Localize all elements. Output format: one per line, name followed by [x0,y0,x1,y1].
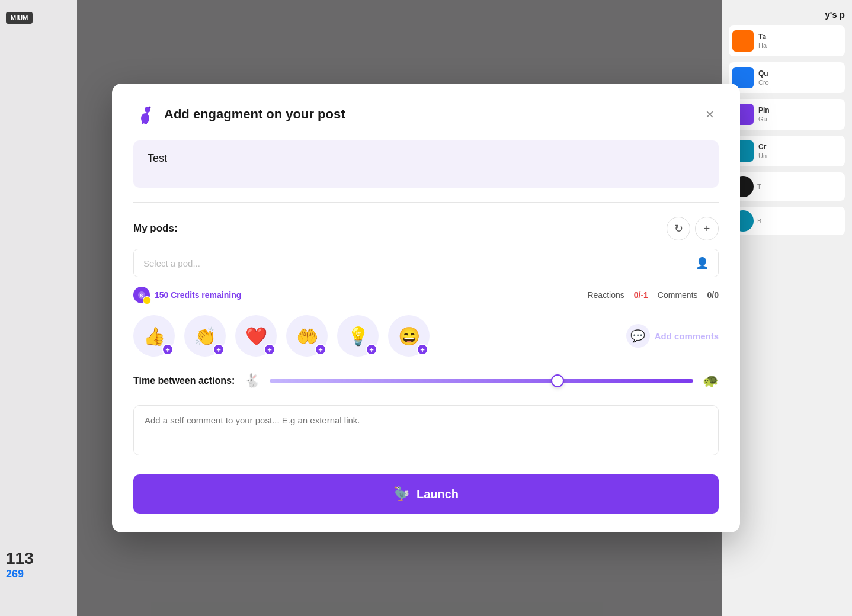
post-text: Test [148,152,167,164]
happy-plus: + [417,344,428,355]
svg-rect-4 [145,120,147,124]
add-comments-label: Add comments [655,331,719,341]
pod-select-dropdown[interactable]: Select a pod... 👤 [133,249,719,277]
reaction-clapping[interactable]: 👏 + [184,315,226,357]
speed-slider-thumb[interactable] [551,374,564,387]
add-comments-button[interactable]: 💬 Add comments [626,324,719,348]
hands-heart-emoji: 🤲 [296,326,318,346]
comments-value: 0/0 [707,290,719,300]
svg-rect-3 [142,120,143,124]
avatar-label-2: B [757,217,761,224]
svg-rect-2 [146,112,148,117]
credits-right: Reactions 0/-1 Comments 0/0 [587,290,719,300]
avatar-label-1: T [757,183,761,190]
refresh-pods-button[interactable]: ↻ [667,217,690,240]
add-pod-button[interactable]: + [695,217,719,240]
clapping-emoji: 👏 [194,326,216,346]
engagement-modal: Add engagment on your post × Test My pod… [112,84,740,532]
bg-number-1: 113 [6,549,34,568]
self-comment-input[interactable] [133,405,719,455]
right-item-sub-4: Un [758,152,767,159]
credits-icon: $ [133,287,150,303]
reaction-heart[interactable]: ❤️ + [235,315,277,357]
reaction-thumbsup[interactable]: 👍 + [133,315,175,357]
modal-title: Add engagment on your post [164,107,345,122]
right-item-2: Qu Cro [729,62,845,93]
credits-row: $ 150 Credits remaining Reactions 0/-1 C… [133,287,719,303]
pods-actions: ↻ + [667,217,719,240]
right-item-label-2: Qu [758,69,769,79]
close-button[interactable]: × [701,105,719,124]
right-avatar-row-2: B [729,207,845,235]
right-item-label-3: Pin [758,106,770,116]
launch-button[interactable]: 🦤 Launch [133,474,719,514]
right-item-sub-3: Gu [758,116,770,123]
right-item-sub-2: Cro [758,79,769,86]
reactions-label: Reactions [587,290,624,300]
add-comments-icon: 💬 [626,324,650,348]
modal-title-row: Add engagment on your post [133,102,345,126]
right-item-1: Ta Ha [729,25,845,56]
right-item-label-1: Ta [758,33,767,42]
speed-slider-track [270,379,693,383]
pod-select-user-icon: 👤 [696,256,709,270]
right-item-icon-1 [732,30,754,52]
reaction-hands-heart[interactable]: 🤲 + [286,315,328,357]
launch-label: Launch [417,487,459,501]
heart-plus: + [264,344,276,355]
thumbsup-emoji: 👍 [143,326,165,346]
lightbulb-plus: + [366,344,377,355]
right-item-4: Cr Un [729,136,845,166]
right-item-3: Pin Gu [729,99,845,130]
right-avatar-row-1: T [729,172,845,201]
right-item-label-4: Cr [758,143,767,152]
svg-text:$: $ [140,293,143,299]
reaction-lightbulb[interactable]: 💡 + [337,315,379,357]
credits-left: $ 150 Credits remaining [133,287,241,303]
bg-number-2: 269 [6,568,34,580]
happy-emoji: 😄 [398,326,420,346]
background-left: MIUM 113 269 [0,0,77,616]
right-item-sub-1: Ha [758,42,767,49]
premium-tag: MIUM [6,12,33,24]
pod-select-placeholder: Select a pod... [143,258,200,268]
launch-icon: 🦤 [393,486,409,502]
ostrich-logo-icon [133,102,157,126]
background-right: y's p Ta Ha Qu Cro Pin Gu Cr Un T B [722,0,852,616]
time-between-actions-row: Time between actions: 🐇 🐢 [133,373,719,389]
reactions-value: 0/-1 [634,290,648,300]
right-panel-header: y's p [729,9,845,20]
pods-header: My pods: ↻ + [133,217,719,240]
fast-speed-icon: 🐇 [244,373,260,389]
pods-label: My pods: [133,223,178,235]
hands-heart-plus: + [315,344,326,355]
divider [133,202,719,203]
reactions-row: 👍 + 👏 + ❤️ + 🤲 + 💡 + 😄 + 💬 Add comments [133,315,719,357]
time-label: Time between actions: [133,376,235,386]
credits-text[interactable]: 150 Credits remaining [155,290,241,300]
svg-point-6 [149,107,151,108]
comments-label: Comments [658,290,698,300]
speed-slider-container [270,379,693,383]
heart-emoji: ❤️ [245,326,267,346]
slow-speed-icon: 🐢 [703,373,719,389]
reaction-happy[interactable]: 😄 + [388,315,430,357]
lightbulb-emoji: 💡 [347,326,369,346]
thumbsup-plus: + [162,344,174,355]
modal-header: Add engagment on your post × [133,102,719,126]
post-preview: Test [133,140,719,188]
clapping-plus: + [213,344,225,355]
